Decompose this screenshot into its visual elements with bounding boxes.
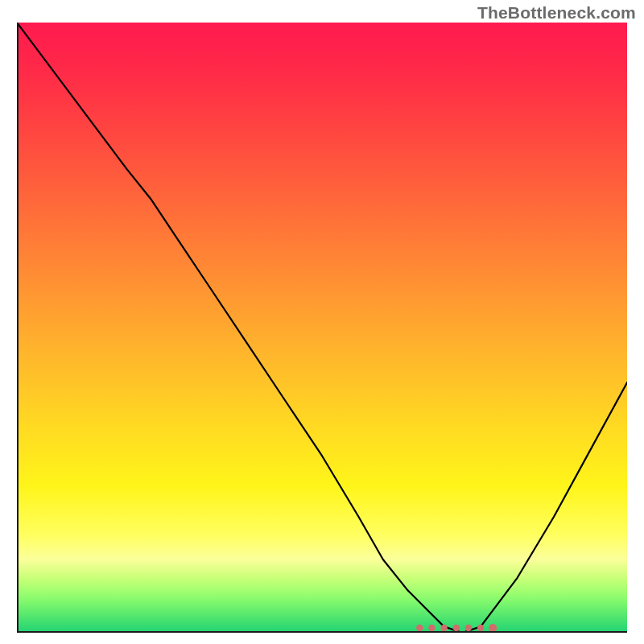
watermark-label: TheBottleneck.com (477, 3, 636, 23)
axes-frame (17, 23, 627, 633)
chart-area (17, 23, 627, 633)
